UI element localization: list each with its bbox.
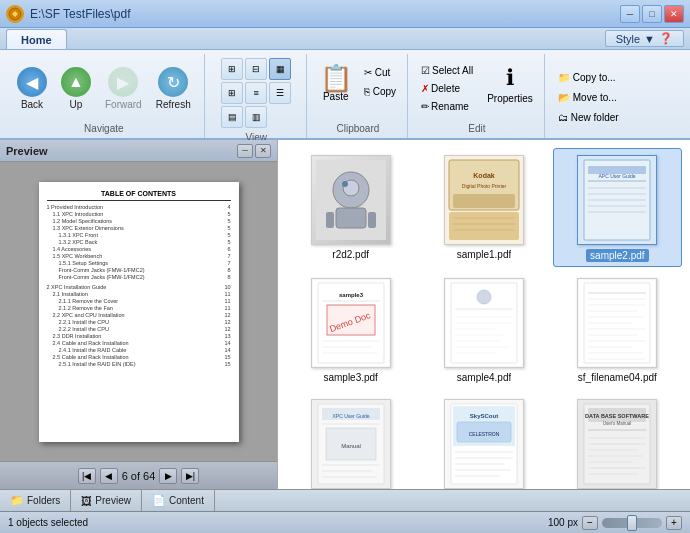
view-row-2: ⊞ ≡ ☰ — [221, 82, 291, 104]
toc-item-16: 2.2.1 Install the CPU12 — [47, 319, 231, 325]
paste-button[interactable]: 📋 Paste — [315, 60, 357, 107]
view-buttons: ⊞ ⊟ ▦ ⊞ ≡ ☰ ▤ ▥ — [221, 54, 291, 130]
zoom-slider[interactable] — [602, 518, 662, 528]
file-name-r2d2: r2d2.pdf — [332, 249, 369, 260]
preview-pane: Preview ─ ✕ TABLE OF CONTENTS 1 Provided… — [0, 140, 278, 489]
title-path: E:\SF TestFiles\pdf — [30, 7, 130, 21]
forward-button[interactable]: ▶ Forward — [98, 62, 149, 115]
maximize-button[interactable]: □ — [642, 5, 662, 23]
toc-item-9: Front-Comm Jacks (FMW-1/FMC2)8 — [47, 267, 231, 273]
svg-text:XPC User Guide: XPC User Guide — [332, 413, 369, 419]
status-text: 1 objects selected — [8, 517, 88, 528]
tab-folders[interactable]: 📁 Folders — [0, 490, 71, 511]
svg-rect-3 — [336, 208, 366, 228]
tab-home[interactable]: Home — [6, 29, 67, 49]
back-button[interactable]: ◀ Back — [10, 62, 54, 115]
copy-button[interactable]: ⎘ Copy — [359, 83, 401, 100]
style-button[interactable]: Style ▼ ❓ — [605, 30, 684, 47]
title-bar-left: E:\SF TestFiles\pdf — [6, 5, 130, 23]
rename-button[interactable]: ✏ Rename — [416, 98, 478, 115]
toc-item-18: 2.3 DDR Installation13 — [47, 333, 231, 339]
tab-content[interactable]: 📄 Content — [142, 490, 215, 511]
file-item-sample2[interactable]: APC User Guide sample2.pdf — [553, 148, 682, 267]
tab-preview[interactable]: 🖼 Preview — [71, 490, 142, 511]
minimize-button[interactable]: ─ — [620, 5, 640, 23]
delete-button[interactable]: ✗ Delete — [416, 80, 478, 97]
prev-page-button[interactable]: ◀ — [100, 468, 118, 484]
view-icon-grid: ⊞ ⊟ ▦ ⊞ ≡ ☰ ▤ ▥ — [221, 58, 291, 128]
file-thumb-skyscout: SkySCout CELESTRON — [444, 399, 524, 489]
toc-item-0: 1 Provided Introduction4 — [47, 204, 231, 210]
view-list[interactable]: ≡ — [245, 82, 267, 104]
svg-text:Digital Photo Printer: Digital Photo Printer — [462, 183, 507, 189]
zoom-slider-thumb[interactable] — [627, 515, 637, 531]
view-smallicons[interactable]: ⊞ — [221, 82, 243, 104]
next-page-button[interactable]: ▶ — [159, 468, 177, 484]
toc-item-17: 2.2.2 Install the CPU12 — [47, 326, 231, 332]
cut-copy-buttons: ✂ Cut ⎘ Copy — [359, 64, 401, 100]
close-button[interactable]: ✕ — [664, 5, 684, 23]
svg-text:APC User Guide: APC User Guide — [599, 173, 636, 179]
toc-item-5: 1.3.2 XPC Back5 — [47, 239, 231, 245]
first-page-button[interactable]: |◀ — [78, 468, 96, 484]
toc-item-2: 1.2 Model Specifications5 — [47, 218, 231, 224]
svg-point-5 — [342, 181, 348, 187]
svg-text:Kodak: Kodak — [473, 172, 495, 179]
preview-footer: |◀ ◀ 6 of 64 ▶ ▶| — [0, 461, 277, 489]
file-item-skyscout[interactable]: SkySCout CELESTRON skyscout.pdf — [419, 392, 548, 489]
toc-item-19: 2.4 Cable and Rack Installation14 — [47, 340, 231, 346]
toc-item-15: 2.2 XPC and CPU Installation12 — [47, 312, 231, 318]
window-controls[interactable]: ─ □ ✕ — [620, 5, 684, 23]
tab-row: Home Style ▼ ❓ — [0, 28, 690, 50]
organize-buttons: 📁 Copy to... 📂 Move to... 🗂 New folder — [553, 54, 624, 134]
preview-close[interactable]: ✕ — [255, 144, 271, 158]
main-area: Preview ─ ✕ TABLE OF CONTENTS 1 Provided… — [0, 140, 690, 489]
new-folder-button[interactable]: 🗂 New folder — [553, 109, 624, 126]
file-item-sample3[interactable]: sample3 Demo Doc sample3.pdf — [286, 271, 415, 388]
svg-text:sample3: sample3 — [339, 292, 364, 298]
toc-item-10: Front-Comm Jacks (FMW-1/FMC2)8 — [47, 274, 231, 280]
file-item-sample4[interactable]: sample4.pdf — [419, 271, 548, 388]
toc-item-8: 1.5.1 Setup Settings7 — [47, 260, 231, 266]
view-tiles[interactable]: ▤ — [221, 106, 243, 128]
properties-button[interactable]: ℹ Properties — [482, 60, 538, 109]
help-icon[interactable]: ❓ — [659, 32, 673, 45]
page-info: 6 of 64 — [122, 470, 156, 482]
properties-icon: ℹ — [506, 65, 514, 91]
bottom-tabs: 📁 Folders 🖼 Preview 📄 Content — [0, 489, 690, 511]
view-content[interactable]: ▥ — [245, 106, 267, 128]
copy-to-button[interactable]: 📁 Copy to... — [553, 69, 621, 86]
file-thumb-sample4 — [444, 278, 524, 368]
clipboard-label: Clipboard — [336, 121, 379, 134]
file-item-r2d2[interactable]: r2d2.pdf — [286, 148, 415, 267]
refresh-button[interactable]: ↻ Refresh — [149, 62, 198, 115]
svg-rect-7 — [368, 212, 376, 228]
clipboard-buttons: 📋 Paste ✂ Cut ⎘ Copy — [315, 54, 401, 121]
up-icon: ▲ — [61, 67, 91, 97]
file-thumb-ss59: DATA BASE SOFTWARE User's Manual — [577, 399, 657, 489]
view-extralargeicons[interactable]: ⊞ — [221, 58, 243, 80]
up-button[interactable]: ▲ Up — [54, 62, 98, 115]
edit-actions: ☑ Select All ✗ Delete ✏ Rename — [416, 62, 478, 115]
newfolder-icon: 🗂 — [558, 112, 568, 123]
svg-text:User's Manual: User's Manual — [603, 421, 632, 426]
view-largeicons[interactable]: ⊟ — [245, 58, 267, 80]
zoom-plus-button[interactable]: + — [666, 516, 682, 530]
file-item-sample1[interactable]: Kodak Digital Photo Printer sample1.pdf — [419, 148, 548, 267]
paste-icon: 📋 — [320, 65, 352, 91]
edit-label: Edit — [468, 121, 485, 134]
preview-minimize[interactable]: ─ — [237, 144, 253, 158]
zoom-minus-button[interactable]: − — [582, 516, 598, 530]
selectall-icon: ☑ — [421, 65, 430, 76]
view-mediumicons[interactable]: ▦ — [269, 58, 291, 80]
svg-text:Manual: Manual — [341, 443, 361, 449]
view-details[interactable]: ☰ — [269, 82, 291, 104]
move-to-button[interactable]: 📂 Move to... — [553, 89, 622, 106]
moveto-icon: 📂 — [558, 92, 570, 103]
file-item-sf-filename04[interactable]: sf_filename04.pdf — [553, 271, 682, 388]
select-all-button[interactable]: ☑ Select All — [416, 62, 478, 79]
file-item-ss59[interactable]: DATA BASE SOFTWARE User's Manual ss59 ra… — [553, 392, 682, 489]
file-item-shuttle[interactable]: XPC User Guide Manual shuttle-manual.pdf — [286, 392, 415, 489]
cut-button[interactable]: ✂ Cut — [359, 64, 401, 81]
last-page-button[interactable]: ▶| — [181, 468, 199, 484]
